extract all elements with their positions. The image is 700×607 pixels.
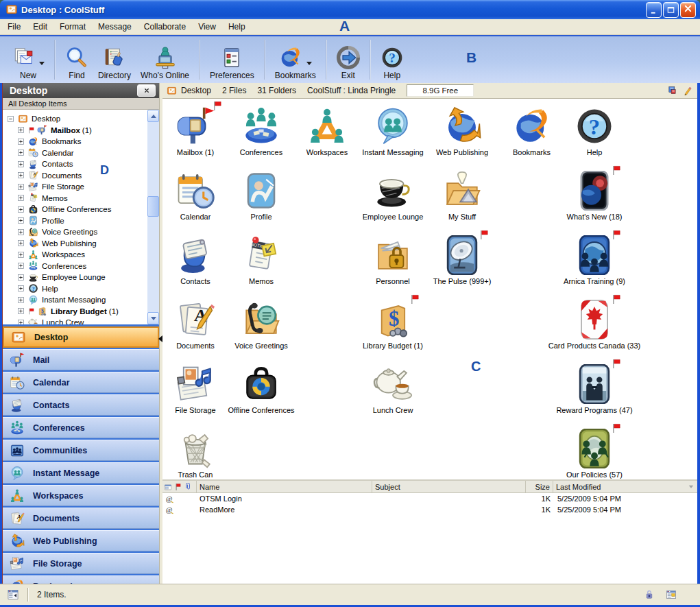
menu-item-edit[interactable]: Edit [27, 20, 53, 34]
tree-item-web-publishing[interactable]: Web Publishing [3, 238, 159, 250]
tree-item-workspaces[interactable]: Workspaces [3, 249, 159, 261]
desktop-item-reward-programs-47[interactable]: Reward Programs (47) [565, 361, 624, 425]
expand-plus-icon[interactable] [18, 308, 24, 314]
tree-item-documents[interactable]: ADocuments [3, 170, 159, 182]
desktop-item-mailbox-1[interactable]: Mailbox (1) [162, 103, 228, 167]
tree-item-help[interactable]: ?Help [3, 283, 159, 295]
sidebar-item-contacts[interactable]: Contacts [3, 394, 159, 416]
menu-item-view[interactable]: View [192, 20, 222, 34]
desktop-item-trash-can[interactable]: Trash Can [162, 425, 228, 479]
sidebar-item-file-storage[interactable]: File Storage [3, 553, 159, 574]
desktop-item-offline-conferences[interactable]: Offline Conferences [228, 361, 294, 425]
tree-item-lunch-crew[interactable]: Lunch Crew [3, 317, 159, 324]
desktop-item-file-storage[interactable]: File Storage [162, 361, 228, 425]
desktop-item-documents[interactable]: ADocuments [162, 296, 228, 361]
toolbar-preferences-button[interactable]: Preferences [205, 38, 259, 81]
list-row-readmore[interactable]: @ReadMore1K5/25/2009 5:04 PM [162, 504, 697, 515]
desktop-item-profile[interactable]: Profile [228, 167, 294, 232]
desktop-item-web-publishing[interactable]: Web Publishing [426, 103, 498, 167]
layout-icon[interactable] [667, 86, 677, 96]
toolbar-new-button[interactable]: New [7, 38, 49, 81]
menu-item-help[interactable]: Help [222, 20, 252, 34]
tree-item-desktop[interactable]: Desktop [3, 113, 159, 125]
desktop-item-instant-messaging[interactable]: Instant Messaging [360, 103, 426, 167]
sidebar-item-calendar[interactable]: Calendar [3, 372, 159, 393]
tree-item-memos[interactable]: NOTICEMemos [3, 193, 159, 204]
tree-scrollbar[interactable] [147, 110, 159, 324]
desktop-item-lunch-crew[interactable]: Lunch Crew [360, 361, 426, 425]
edit-pencil-icon[interactable] [683, 86, 693, 96]
sidebar-item-instant-message[interactable]: Instant Message [3, 462, 159, 484]
tree-item-instant-messaging[interactable]: Instant Messaging [3, 294, 159, 306]
expand-plus-icon[interactable] [18, 206, 24, 213]
expand-plus-icon[interactable] [18, 229, 24, 235]
tree-item-conferences[interactable]: Conferences [3, 261, 159, 272]
sidebar-item-communities[interactable]: Communities [3, 440, 159, 461]
panel-toggle-button[interactable] [7, 588, 19, 601]
sidebar-item-desktop[interactable]: Desktop [3, 326, 159, 348]
sidebar-item-workspaces[interactable]: Workspaces [3, 485, 159, 506]
expand-plus-icon[interactable] [18, 127, 24, 133]
scroll-up-button[interactable] [147, 110, 159, 122]
tree-item-library-budget[interactable]: $Library Budget(1) [3, 306, 159, 318]
column-header-name[interactable]: Name [197, 481, 372, 492]
scroll-down-button[interactable] [147, 312, 159, 324]
list-row-otsm-login[interactable]: @OTSM Login1K5/25/2009 5:04 PM [162, 493, 697, 504]
menu-item-collaborate[interactable]: Collaborate [138, 20, 192, 34]
dropdown-arrow-icon[interactable] [306, 62, 312, 65]
list-header-icons[interactable] [162, 481, 197, 492]
desktop-item-the-pulse-999[interactable]: The Pulse (999+) [426, 232, 498, 296]
tree-item-mailbox[interactable]: Mailbox(1) [3, 125, 159, 136]
tree-item-profile[interactable]: Profile [3, 215, 159, 227]
desktop-item-workspaces[interactable]: Workspaces [294, 103, 360, 167]
sidebar-item-conferences[interactable]: Conferences [3, 417, 159, 438]
expand-plus-icon[interactable] [18, 195, 24, 201]
desktop-item-help[interactable]: ?Help [565, 103, 624, 167]
tree-item-calendar[interactable]: Calendar [3, 147, 159, 159]
toolbar-bookmarks-button[interactable]: Bookmarks [270, 38, 321, 81]
toolbar-exit-button[interactable]: Exit [332, 38, 365, 81]
column-header-subject[interactable]: Subject [372, 481, 526, 492]
expand-plus-icon[interactable] [18, 150, 24, 156]
toolbar-find-button[interactable]: Find [60, 38, 93, 81]
tree-item-contacts[interactable]: Contacts [3, 158, 159, 170]
desktop-item-arnica-training-9[interactable]: Arnica Training (9) [565, 232, 624, 296]
tree-item-bookmarks[interactable]: Bookmarks [3, 136, 159, 147]
toolbar-directory-button[interactable]: Directory [93, 38, 136, 81]
desktop-item-bookmarks[interactable]: Bookmarks [498, 103, 565, 167]
dropdown-arrow-icon[interactable] [39, 62, 45, 65]
desktop-item-calendar[interactable]: Calendar [162, 167, 228, 232]
sidebar-item-bookmarks[interactable]: Bookmarks [3, 575, 159, 584]
expand-plus-icon[interactable] [18, 263, 24, 269]
menu-item-message[interactable]: Message [92, 20, 138, 34]
tree-item-file-storage[interactable]: File Storage [3, 181, 159, 193]
maximize-button[interactable] [663, 2, 679, 18]
expand-plus-icon[interactable] [18, 297, 24, 303]
minimize-button[interactable] [646, 2, 662, 18]
tree-item-voice-greetings[interactable]: Voice Greetings [3, 226, 159, 238]
toolbar-help-button[interactable]: ?Help [376, 38, 409, 81]
expand-plus-icon[interactable] [18, 184, 24, 190]
collapse-minus-icon[interactable] [8, 116, 14, 122]
desktop-item-conferences[interactable]: Conferences [228, 103, 294, 167]
sort-desc-icon[interactable] [685, 481, 697, 492]
sidebar-item-web-publishing[interactable]: Web Publishing [3, 530, 159, 551]
desktop-item-memos[interactable]: NOTICEMemos [228, 232, 294, 296]
desktop-item-my-stuff[interactable]: My Stuff [426, 167, 498, 232]
desktop-item-card-products-canada-33[interactable]: Card Products Canada (33) [565, 296, 624, 361]
sidebar-item-documents[interactable]: ADocuments [3, 508, 159, 529]
desktop-item-employee-lounge[interactable]: Employee Lounge [360, 167, 426, 232]
lock-icon[interactable] [644, 589, 655, 600]
expand-plus-icon[interactable] [18, 172, 24, 178]
sidebar-item-mail[interactable]: Mail [3, 349, 159, 370]
desktop-item-our-policies-57[interactable]: Our Policies (57) [565, 425, 624, 479]
desktop-item-personnel[interactable]: Personnel [360, 232, 426, 296]
expand-plus-icon[interactable] [18, 161, 24, 167]
menu-item-file[interactable]: File [1, 20, 27, 34]
expand-plus-icon[interactable] [18, 240, 24, 246]
scroll-track[interactable] [147, 122, 159, 312]
desktop-item-library-budget-1[interactable]: $Library Budget (1) [360, 296, 426, 361]
expand-plus-icon[interactable] [18, 217, 24, 224]
menu-item-format[interactable]: Format [53, 20, 92, 34]
scroll-thumb[interactable] [147, 196, 159, 217]
